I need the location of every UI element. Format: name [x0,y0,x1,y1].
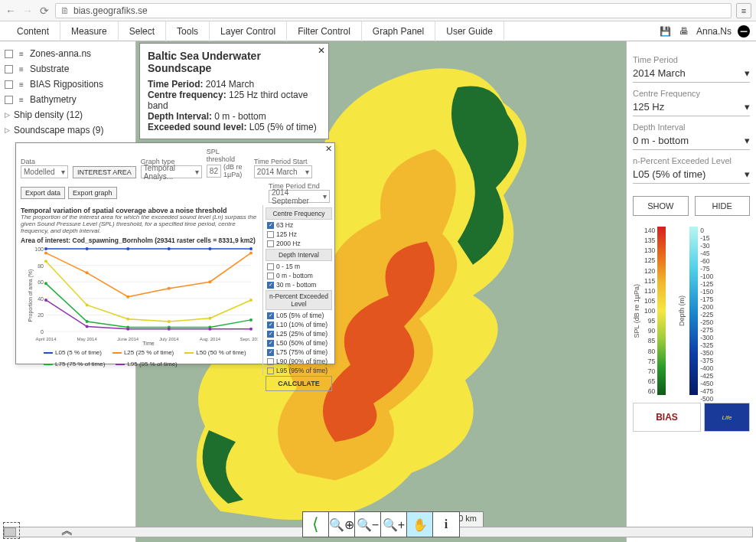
info-title: Baltic Sea Underwater Soundscape [148,50,321,74]
svg-point-22 [86,247,89,250]
graphtype-select[interactable]: Temporal Analys...▾ [141,165,202,178]
svg-text:40: 40 [37,296,44,302]
svg-point-46 [86,325,89,328]
tps-select[interactable]: 2014 March▾ [254,165,312,178]
svg-point-28 [86,272,89,275]
cf-select[interactable]: 125 Hz▾ [633,98,750,116]
bias-logo: BIAS [633,403,701,432]
back-icon[interactable]: ← [5,5,17,17]
svg-point-23 [126,247,129,250]
svg-point-26 [249,247,253,250]
layer-rig[interactable]: ≡BIAS Rigpositions [3,77,132,92]
chart-area: Temporal variation of spatial coverage a… [16,205,262,375]
layer-bathy[interactable]: ≡Bathymetry [3,92,132,107]
svg-text:20: 20 [37,313,44,318]
address-bar[interactable]: 🗎bias.geografiks.se [55,3,732,18]
minus-icon[interactable]: − [738,25,750,38]
info-tool-icon[interactable]: i [433,512,459,537]
menu-select[interactable]: Select [119,21,166,41]
zoom-in-icon[interactable]: 🔍+ [381,512,407,537]
cf-header[interactable]: Centre Frequency [266,207,332,220]
svg-text:June 2014: June 2014 [117,337,139,341]
zoom-extent-icon[interactable]: 🔍⊕ [329,512,355,537]
reload-icon[interactable]: ⟳ [38,5,51,17]
tp-select[interactable]: 2014 March▾ [633,64,750,83]
di-0-bot[interactable]: 0 m - bottom [266,272,332,279]
print-icon[interactable]: 🖶 [678,25,690,38]
map-toolbar: ⟨ 🔍⊕ 🔍− 🔍+ ✋ i [302,511,460,537]
save-icon[interactable]: 💾 [660,25,672,38]
cf-125[interactable]: 125 Hz [266,230,332,238]
username: Anna.Ns [696,26,732,37]
calculate-button[interactable]: CALCULATE [266,376,332,391]
svg-text:60: 60 [37,280,44,286]
svg-text:100: 100 [34,247,44,252]
chevron-down-icon: ▾ [745,168,750,180]
zoom-out-icon[interactable]: 🔍− [355,512,381,537]
menu-measure[interactable]: Measure [60,21,119,41]
menu-tools[interactable]: Tools [166,21,210,41]
layer-zones[interactable]: ≡Zones-anna.ns [3,46,132,61]
export-graph-button[interactable]: Export graph [68,187,117,199]
close-icon[interactable]: ✕ [325,144,332,154]
np-l75[interactable]: ✓L75 (75% of time) [266,348,332,356]
back-tool-icon[interactable]: ⟨ [303,512,329,537]
menu-filter-control[interactable]: Filter Control [287,21,362,41]
data-select[interactable]: Modelled▾ [21,165,68,178]
np-l95[interactable]: L95 (95% of time) [266,367,332,374]
svg-point-40 [86,320,89,323]
menu-graph-panel[interactable]: Graph Panel [362,21,435,41]
svg-text:April 2014: April 2014 [35,337,57,341]
svg-point-25 [208,247,211,250]
browser-menu-icon[interactable]: ≡ [736,3,751,18]
pan-tool-icon[interactable]: ✋ [407,512,433,537]
spl-input[interactable]: 82 [207,165,221,178]
close-icon[interactable]: ✕ [318,45,325,56]
di-30-bot[interactable]: ✓30 m - bottom [266,281,332,289]
svg-point-45 [44,299,47,302]
di-header[interactable]: Depth Interval [266,249,332,261]
expand-icon[interactable]: ▷ [5,126,10,134]
cf-2000[interactable]: 2000 Hz [266,240,332,247]
tpe-select[interactable]: 2014 September▾ [269,190,330,203]
layer-style-icon: ≡ [17,49,26,58]
cf-63[interactable]: ✓63 Hz [266,221,332,229]
di-select[interactable]: 0 m - bottom▾ [633,132,750,150]
np-l90[interactable]: L90 (90% of time) [266,358,332,365]
svg-text:July 2014: July 2014 [159,337,179,341]
menu-content[interactable]: Content [6,21,60,41]
svg-point-29 [126,295,129,299]
np-l50[interactable]: ✓L50 (50% of time) [266,339,332,347]
menu-layer-control[interactable]: Layer Control [210,21,287,41]
svg-point-38 [249,299,253,302]
graph-panel: ✕ DataModelled▾ INTEREST AREA Graph type… [15,142,335,364]
np-header[interactable]: n-Percent Exceeded Level [266,290,332,310]
di-0-15[interactable]: 0 - 15 m [266,263,332,270]
depth-scale: Depth (m) 0-15-30-45-60-75-100-125-150-1… [678,227,713,395]
overview-icon[interactable] [3,522,20,539]
svg-text:Time: Time [142,341,154,345]
svg-point-27 [44,252,47,255]
expand-icon[interactable]: ▷ [5,111,10,119]
svg-point-31 [208,281,211,284]
svg-point-48 [168,328,171,331]
forward-icon[interactable]: → [21,5,34,17]
hide-button[interactable]: HIDE [695,196,751,216]
np-select[interactable]: L05 (5% of time)▾ [633,165,750,184]
show-button[interactable]: SHOW [633,196,689,216]
layer-ship[interactable]: ▷Ship density (12) [3,107,132,122]
interest-area-button[interactable]: INTEREST AREA [73,166,136,178]
layer-style-icon: ≡ [17,95,26,104]
collapse-icon[interactable]: ︽ [61,523,73,539]
svg-point-34 [86,304,89,307]
svg-point-33 [44,260,47,263]
menu-user-guide[interactable]: User Guide [435,21,504,41]
svg-text:May 2014: May 2014 [77,337,97,341]
np-l05[interactable]: ✓L05 (5% of time) [266,312,332,319]
np-l25[interactable]: ✓L25 (25% of time) [266,330,332,338]
export-data-button[interactable]: Export data [21,187,65,199]
chevron-down-icon: ▾ [745,135,750,146]
layer-substrate[interactable]: ≡Substrate [3,61,132,77]
np-l10[interactable]: ✓L10 (10% of time) [266,321,332,328]
layer-sound[interactable]: ▷Soundscape maps (9) [3,122,132,138]
